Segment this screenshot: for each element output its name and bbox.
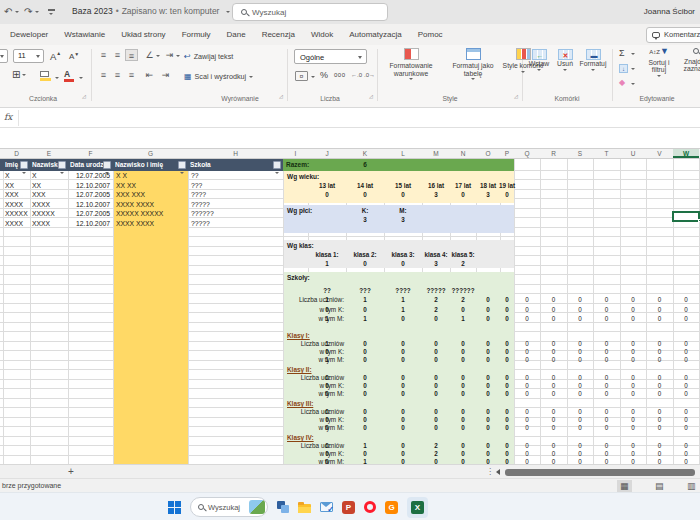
cell-school[interactable]: ?????? (191, 209, 214, 219)
scroll-left-arrow-icon[interactable] (496, 469, 500, 475)
summary-cell[interactable]: 0 (670, 348, 700, 356)
taskbar-file-explorer-icon[interactable] (298, 504, 311, 513)
delete-cells-button[interactable]: ✕Usuń (552, 49, 578, 71)
ribbon-tab-dane[interactable]: Dane (219, 30, 254, 39)
summary-cell[interactable]: 2 (447, 259, 479, 268)
user-name[interactable]: Joanna Ścibor (644, 7, 695, 16)
increase-indent-icon[interactable]: ⇥ (159, 69, 172, 81)
text-direction-chevron-icon[interactable] (176, 55, 180, 57)
ribbon-tab-deweloper[interactable]: Deweloper (2, 30, 56, 39)
font-name-box[interactable] (0, 49, 8, 63)
cell-school[interactable]: ??? (191, 181, 202, 191)
ribbon-tab-automatyzacja[interactable]: Automatyzacja (341, 30, 409, 39)
column-header-V[interactable]: V (646, 149, 673, 158)
percent-format-icon[interactable]: % (320, 70, 328, 80)
autosum-chevron-icon[interactable] (631, 53, 635, 55)
taskbar-start-icon[interactable] (168, 501, 181, 514)
currency-chevron-icon[interactable] (311, 76, 315, 78)
cell-birth-date[interactable]: 12.07.2005 (68, 209, 110, 219)
orientation-icon[interactable]: ∠ (143, 49, 156, 61)
taskbar-opera-icon[interactable] (364, 501, 376, 513)
column-header-M[interactable]: M (422, 149, 450, 158)
taskbar-mail-icon[interactable] (320, 502, 333, 512)
filter-button[interactable] (58, 161, 66, 169)
accessibility-status[interactable]: brze przygotowane (2, 482, 61, 489)
column-header-J[interactable]: J (308, 149, 346, 158)
column-header-L[interactable]: L (384, 149, 422, 158)
filter-button[interactable] (103, 161, 111, 169)
taskbar-search-icon[interactable]: Wyszukaj (190, 497, 268, 517)
column-header-O[interactable]: O (476, 149, 500, 158)
align-right-icon[interactable]: ≡ (125, 69, 138, 81)
column-header-H[interactable]: H (188, 149, 283, 158)
cell-first-name[interactable]: XXXX (5, 219, 23, 229)
search-daily-image[interactable] (249, 500, 265, 514)
cell-full-name[interactable]: X X (116, 171, 127, 181)
column-header-S[interactable]: S (567, 149, 593, 158)
summary-cell[interactable]: 0 (670, 374, 700, 382)
cell-last-name[interactable]: XXXXX (32, 209, 55, 219)
cell-first-name[interactable]: XX (5, 181, 14, 191)
cell-birth-date[interactable]: 12.07.2005 (68, 171, 110, 181)
alignment-dialog-launcher-icon[interactable]: ◿ (279, 93, 283, 99)
column-header-R[interactable]: R (540, 149, 567, 158)
fill-color-icon[interactable] (40, 71, 51, 81)
ribbon-tab-układ-strony[interactable]: Układ strony (113, 30, 173, 39)
increase-font-size-icon[interactable]: A▲ (50, 50, 61, 62)
undo-icon[interactable]: ↶ (4, 4, 12, 19)
summary-cell[interactable]: 0 (670, 442, 700, 450)
cell-last-name[interactable]: XXX (32, 190, 46, 200)
ribbon-tab-wstawianie[interactable]: Wstawianie (56, 30, 113, 39)
view-normal-icon[interactable]: ▦ (617, 480, 632, 492)
column-header-U[interactable]: U (620, 149, 646, 158)
format-as-table-button[interactable]: Formatuj jako tabelę (446, 48, 500, 80)
cell-last-name[interactable]: XX (32, 181, 41, 191)
formula-bar[interactable]: fx (0, 108, 700, 128)
decrease-font-size-icon[interactable]: A▼ (69, 51, 79, 61)
cell-school[interactable]: ?? (191, 171, 199, 181)
cell-first-name[interactable]: XXXX (5, 200, 23, 210)
column-header-G[interactable]: G (113, 149, 188, 158)
cell-last-name[interactable]: XXXX (32, 219, 50, 229)
currency-format-icon[interactable]: ¤ (295, 71, 308, 81)
sort-filter-button[interactable]: A↕Z▼Sortuj i filtruj (641, 48, 677, 77)
cell-grid[interactable]: ImięNazwiskoData urodzeniaNazwisko i imi… (0, 159, 700, 464)
summary-cell[interactable]: 0 (670, 390, 700, 398)
cell-school[interactable]: ???? (191, 190, 206, 200)
summary-cell[interactable]: 0 (670, 408, 700, 416)
active-cell[interactable] (672, 211, 700, 222)
cell-full-name[interactable]: XXX XXX (116, 190, 145, 200)
number-format-select[interactable]: Ogólne (294, 49, 367, 64)
cell-last-name[interactable]: X (32, 171, 37, 181)
cell-first-name[interactable]: XXXXX (5, 209, 28, 219)
taskbar-excel-icon[interactable]: X (407, 497, 428, 518)
merge-center-button[interactable]: ▦Scal i wyśrodkuj (184, 72, 253, 81)
ribbon-tab-pomoc[interactable]: Pomoc (410, 30, 451, 39)
summary-cell[interactable]: 0 (497, 190, 517, 199)
align-left-icon[interactable]: ≡ (97, 69, 110, 81)
align-middle-icon[interactable]: ≡ (111, 49, 124, 61)
font-dialog-launcher-icon[interactable]: ◿ (82, 93, 86, 99)
document-title[interactable]: Baza 2023•Zapisano w: ten komputer (72, 6, 230, 16)
column-header-I[interactable]: I (283, 149, 308, 158)
filter-button[interactable] (20, 161, 28, 169)
decrease-indent-icon[interactable]: ⇤ (143, 69, 156, 81)
qat-customize-chevron-icon[interactable] (49, 13, 53, 15)
cell-full-name[interactable]: XXXXX XXXXX (116, 209, 163, 219)
styles-dialog-launcher-icon[interactable]: ◿ (514, 93, 518, 99)
filter-button[interactable] (273, 161, 281, 169)
align-center-icon[interactable]: ≡ (111, 69, 124, 81)
cell-first-name[interactable]: X (5, 171, 10, 181)
summary-cell[interactable]: 0 (670, 424, 700, 432)
taskbar-powerpoint-icon[interactable]: P (342, 501, 355, 514)
conditional-formatting-button[interactable]: Formatowanie warunkowe (380, 48, 442, 80)
align-top-icon[interactable]: ≡ (97, 49, 110, 61)
title-chevron-icon[interactable] (226, 11, 230, 13)
comments-button[interactable]: Komentarze (646, 27, 700, 43)
wrap-text-button[interactable]: ↩Zawijaj tekst (184, 52, 233, 61)
font-color-chevron-icon[interactable] (79, 77, 83, 79)
cell-birth-date[interactable]: 12.10.2007 (68, 200, 110, 210)
column-header-W[interactable]: W (673, 149, 699, 158)
filter-button[interactable] (178, 161, 186, 169)
redo-icon[interactable]: ↷ (24, 4, 32, 19)
